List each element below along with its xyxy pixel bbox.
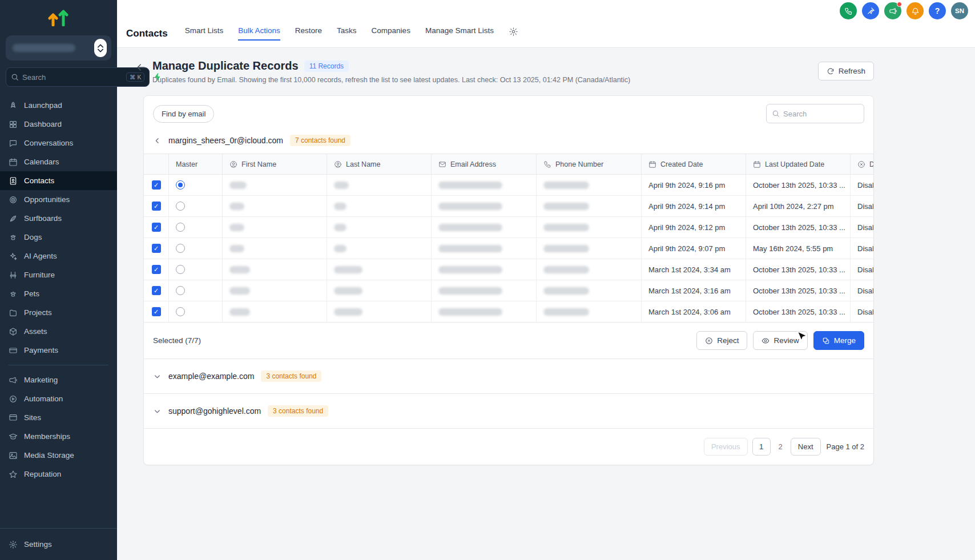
row-checkbox[interactable]: ✓ — [152, 307, 161, 316]
tab-companies[interactable]: Companies — [372, 26, 410, 41]
redacted-email — [438, 245, 502, 252]
updated-date: October 13th 2025, 10:33 ... — [746, 217, 851, 237]
refresh-button[interactable]: Refresh — [818, 62, 874, 80]
expand-group-button[interactable] — [153, 372, 162, 381]
expand-group-button[interactable] — [153, 407, 162, 416]
sidebar-item-label: Projects — [24, 308, 52, 317]
contacts-found-badge: 3 contacts found — [261, 370, 321, 382]
merge-button[interactable]: Merge — [813, 331, 864, 350]
sidebar-item-automation[interactable]: Automation — [0, 389, 117, 408]
back-button[interactable] — [135, 62, 147, 73]
redacted-phone — [543, 266, 589, 273]
row-checkbox[interactable]: ✓ — [152, 244, 161, 253]
check-icon: ✓ — [154, 308, 159, 316]
user-avatar[interactable]: SN — [951, 2, 968, 19]
sidebar-item-sites[interactable]: Sites — [0, 408, 117, 427]
sidebar-item-marketing[interactable]: Marketing — [0, 370, 117, 389]
megaphone-icon — [889, 7, 897, 15]
master-radio[interactable] — [176, 286, 185, 295]
row-checkbox[interactable]: ✓ — [152, 202, 161, 211]
tab-restore[interactable]: Restore — [295, 26, 322, 41]
row-checkbox[interactable]: ✓ — [152, 265, 161, 274]
notifications-button[interactable] — [906, 2, 924, 19]
tab-tasks[interactable]: Tasks — [337, 26, 357, 41]
card-search-input[interactable] — [783, 110, 859, 118]
sidebar-item-media-storage[interactable]: Media Storage — [0, 446, 117, 465]
sidebar-item-surfboards[interactable]: Surfboards — [0, 209, 117, 228]
created-date: April 9th 2024, 9:16 pm — [642, 175, 746, 195]
content: Manage Duplicate Records 11 Records Dupl… — [117, 48, 975, 560]
account-switcher[interactable] — [6, 35, 111, 61]
sidebar-item-launchpad[interactable]: Launchpad — [0, 96, 117, 115]
master-radio[interactable] — [176, 265, 185, 274]
row-checkbox[interactable]: ✓ — [152, 286, 161, 295]
sidebar-item-projects[interactable]: Projects — [0, 303, 117, 322]
review-button[interactable]: Review — [753, 331, 807, 350]
sidebar-item-settings[interactable]: Settings — [0, 528, 117, 560]
tab-manage-smart-lists[interactable]: Manage Smart Lists — [425, 26, 494, 41]
surfboard-icon — [9, 214, 18, 223]
page-head: Manage Duplicate Records 11 Records Dupl… — [135, 59, 874, 84]
sidebar-item-payments[interactable]: Payments — [0, 341, 117, 360]
dnd-value: Disab — [851, 175, 873, 195]
sidebar-item-calendars[interactable]: Calendars — [0, 152, 117, 171]
sidebar-item-label: Calendars — [24, 158, 59, 166]
sidebar-item-opportunities[interactable]: Opportunities — [0, 190, 117, 209]
card-toolbar: Find by email — [144, 96, 873, 131]
page-2-button[interactable]: 2 — [775, 438, 786, 455]
app: ⌘ K Launchpad Dashboard Conversations Ca… — [0, 0, 975, 560]
chair-icon — [9, 271, 18, 280]
master-radio[interactable] — [176, 244, 185, 253]
chevron-left-icon — [153, 136, 162, 145]
tab-bulk-actions[interactable]: Bulk Actions — [238, 26, 280, 41]
redacted-first-name — [229, 182, 247, 189]
announcements-button[interactable] — [884, 2, 901, 19]
card-search[interactable] — [766, 104, 864, 123]
sidebar-item-furniture[interactable]: Furniture — [0, 265, 117, 284]
master-radio[interactable] — [176, 307, 185, 316]
find-by-email-button[interactable]: Find by email — [153, 105, 214, 123]
collapse-group-button[interactable] — [153, 136, 162, 145]
reject-label: Reject — [717, 336, 739, 345]
row-checkbox[interactable]: ✓ — [152, 223, 161, 232]
sidebar-item-conversations[interactable]: Conversations — [0, 134, 117, 152]
redacted-last-name — [334, 182, 349, 189]
sidebar-item-reputation[interactable]: Reputation — [0, 465, 117, 484]
sidebar-item-dashboard[interactable]: Dashboard — [0, 115, 117, 134]
sidebar-item-dogs[interactable]: Dogs — [0, 228, 117, 247]
sidebar-item-label: Furniture — [24, 271, 55, 279]
reject-button[interactable]: Reject — [696, 331, 747, 350]
redacted-email — [438, 287, 502, 295]
tab-smart-lists[interactable]: Smart Lists — [185, 26, 224, 41]
master-radio[interactable] — [176, 223, 185, 232]
sidebar-item-pets[interactable]: Pets — [0, 284, 117, 303]
next-page-button[interactable]: Next — [791, 438, 821, 456]
updated-date: October 13th 2025, 10:33 ... — [746, 259, 851, 280]
account-name-redacted — [13, 44, 75, 52]
phone-button[interactable] — [840, 2, 857, 19]
notification-dot — [897, 2, 902, 7]
sidebar-item-label: Contacts — [24, 176, 54, 185]
tabs-settings-button[interactable] — [509, 27, 518, 40]
account-switcher-toggle[interactable] — [94, 39, 107, 57]
previous-page-button[interactable]: Previous — [704, 438, 748, 456]
sidebar-item-label: Opportunities — [24, 195, 70, 204]
sidebar-item-ai-agents[interactable]: AI Agents — [0, 247, 117, 265]
redacted-last-name — [334, 308, 362, 316]
sidebar-item-contacts[interactable]: Contacts — [0, 171, 117, 190]
sidebar-item-assets[interactable]: Assets — [0, 322, 117, 341]
dupe-group-collapsed: support@gohighlevel.com 3 contacts found — [144, 394, 873, 428]
redacted-first-name — [229, 266, 250, 273]
help-button[interactable]: ? — [929, 2, 946, 19]
dnd-value: Disab — [851, 301, 873, 322]
redacted-last-name — [334, 287, 362, 295]
quick-actions-button[interactable] — [862, 2, 879, 19]
page-1-button[interactable]: 1 — [752, 438, 771, 456]
sidebar-search-input[interactable] — [22, 73, 123, 82]
topbar-icon-cluster: ? SN — [840, 2, 968, 19]
master-radio[interactable] — [176, 202, 185, 211]
row-checkbox[interactable]: ✓ — [152, 180, 161, 190]
person-circle-icon — [229, 160, 237, 168]
master-radio[interactable] — [176, 180, 185, 190]
sidebar-item-memberships[interactable]: Memberships — [0, 427, 117, 446]
